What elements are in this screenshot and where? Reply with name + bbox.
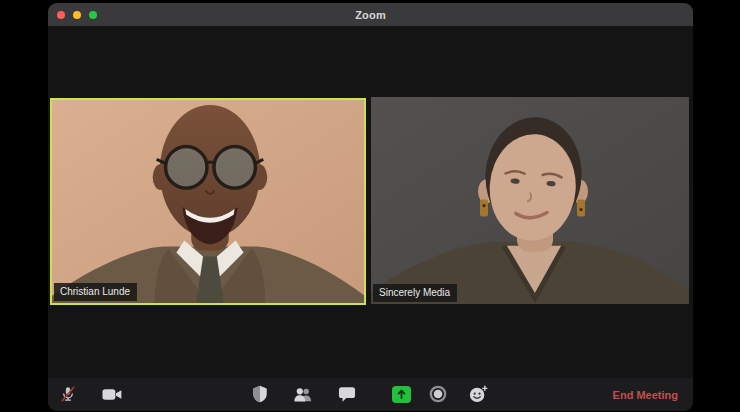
microphone-muted-icon [59,385,77,403]
video-stage: Christian Lunde [48,26,693,378]
zoom-app-window: Zoom [48,3,693,411]
share-screen-button[interactable] [387,380,415,408]
reactions-button[interactable] [464,380,492,408]
minimize-button[interactable] [73,11,81,19]
fullscreen-button[interactable] [89,11,97,19]
mute-button[interactable] [54,380,82,408]
share-screen-icon [392,386,411,403]
chat-button[interactable] [333,380,361,408]
participant-name-label: Christian Lunde [54,283,137,301]
chat-bubble-icon [338,386,356,403]
video-tile-christian-lunde[interactable]: Christian Lunde [50,98,366,305]
reactions-icon [468,385,488,403]
participants-button[interactable] [289,380,317,408]
video-tile-sincerely-media[interactable]: Sincerely Media [371,97,689,304]
participant-video-christian [52,100,364,303]
video-camera-icon [102,387,122,402]
window-title: Zoom [355,9,386,21]
security-button[interactable] [246,380,274,408]
record-icon [429,385,447,403]
participants-icon [293,387,313,402]
end-meeting-button[interactable]: End Meeting [607,378,684,411]
security-shield-icon [252,385,268,403]
stop-video-button[interactable] [98,380,126,408]
titlebar: Zoom [48,3,693,26]
participant-video-sincerely [371,97,689,304]
participant-name-label: Sincerely Media [373,284,457,302]
record-button[interactable] [424,380,452,408]
close-button[interactable] [57,11,65,19]
traffic-lights [57,3,97,26]
meeting-toolbar: End Meeting [48,378,693,411]
